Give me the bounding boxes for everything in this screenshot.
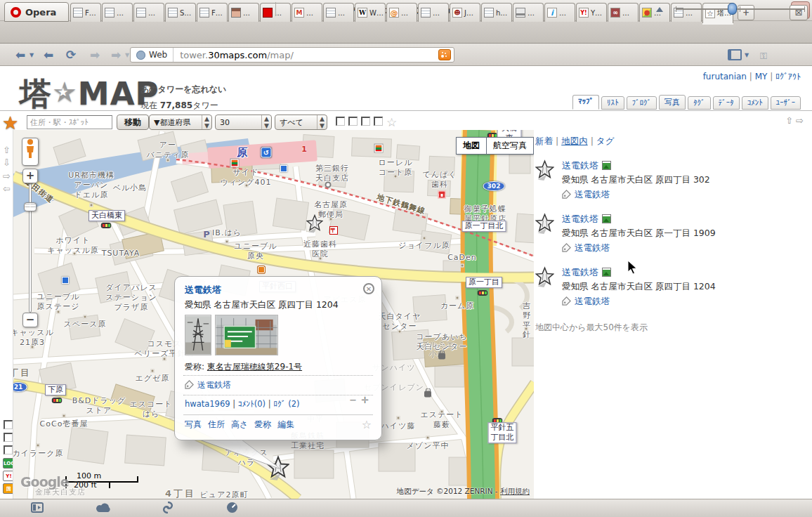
site-nav-tab[interactable]: ﾃﾞｰﾀ (713, 96, 740, 110)
terms-link[interactable]: 利用規約 (500, 487, 530, 495)
zoom-in-button[interactable]: + (22, 169, 38, 183)
site-nav-tab[interactable]: ﾘｽﾄ (601, 96, 624, 110)
browser-tab[interactable]: h… (481, 3, 512, 22)
page-zoom-menu-icon[interactable] (656, 7, 663, 12)
favorite-star-icon[interactable]: ☆ (386, 115, 397, 129)
search-input[interactable] (27, 115, 112, 129)
popup-comments-link[interactable]: ｺﾒﾝﾄ(0) (238, 399, 266, 409)
popup-action-愛称[interactable]: 愛称 (254, 419, 271, 431)
pegman-streetview-icon[interactable] (22, 138, 39, 166)
site-logo[interactable]: 塔★★MAP (20, 73, 159, 115)
popup-user-link[interactable]: hwata1969 (185, 399, 230, 409)
pane-arrows[interactable]: ⇧⇨ (785, 115, 806, 126)
tower-tag-link[interactable]: 送電鉄塔 (575, 189, 610, 201)
tower-title-link[interactable]: 送電鉄塔 (562, 267, 598, 277)
tower-list-item[interactable]: 送電鉄塔愛知県 名古屋市天白区 原四丁目 1204送電鉄塔 (535, 266, 805, 308)
tower-marker[interactable] (306, 214, 323, 236)
zoom-slider-handle[interactable]: ———— (24, 202, 37, 211)
page-zoom-handle[interactable] (728, 3, 737, 15)
sidebar-tab-新着[interactable]: 新着 (535, 136, 553, 146)
browser-tab[interactable]: ☻J… (450, 3, 480, 22)
site-nav-tab[interactable]: ﾏｯﾌﾟ (572, 95, 599, 110)
closed-tabs-button[interactable]: ⊠ (790, 5, 808, 20)
site-nav-tab[interactable]: ﾀｸﾞ (688, 96, 711, 110)
browser-tab[interactable]: F… (197, 3, 228, 22)
panels-toggle-icon[interactable] (728, 49, 742, 60)
go-button[interactable]: 移動 (117, 114, 149, 130)
browser-tab[interactable]: M… (292, 3, 322, 22)
popup-action-編集[interactable]: 編集 (277, 419, 294, 431)
back-button[interactable]: ⬅ (15, 48, 25, 62)
corner-mark-map-2[interactable] (4, 433, 13, 442)
panel-toggle-icon[interactable] (31, 502, 44, 513)
popup-close-icon[interactable]: ✕ (363, 283, 374, 294)
page-zoom-slider[interactable] (676, 8, 805, 10)
filter-dropdown[interactable]: すべて▲ ▼ (275, 114, 327, 130)
browser-tab[interactable]: ●… (639, 3, 670, 22)
site-nav-tab[interactable]: ｺﾒﾝﾄ (742, 96, 768, 110)
user-link-2[interactable]: ﾛｸﾞｱｳﾄ (775, 72, 801, 81)
popup-favorite-star-icon[interactable]: ☆ (362, 418, 372, 431)
corner-mark-map-3[interactable] (4, 445, 13, 454)
opera-menu-button[interactable]: Opera (4, 2, 69, 22)
browser-tab[interactable]: … (133, 3, 164, 22)
tower-list-item[interactable]: 送電鉄塔愛知県 名古屋市天白区 原一丁目 1909送電鉄塔 (535, 213, 805, 254)
password-key-icon[interactable]: ⚿ (760, 51, 767, 62)
pan-down-icon[interactable]: ⇩ (3, 157, 11, 168)
tower-tag-link[interactable]: 送電鉄塔 (575, 296, 610, 308)
forward-button[interactable]: ➡ (90, 48, 100, 62)
popup-action-写真[interactable]: 写真 (185, 419, 202, 431)
pan-up-icon[interactable]: ⇧ (3, 145, 11, 155)
filter-dropdown[interactable]: 30▲ ▼ (215, 114, 272, 130)
sidebar-tab-タグ[interactable]: タグ (596, 136, 615, 146)
browser-tab[interactable]: @… (386, 3, 417, 22)
popup-action-高さ[interactable]: 高さ (231, 419, 248, 431)
tower-tag-link[interactable]: 送電鉄塔 (575, 242, 610, 254)
site-badge[interactable]: Web (131, 48, 173, 62)
zoom-out-button[interactable]: − (22, 313, 38, 327)
tower-photo-thumbnail[interactable] (185, 315, 211, 355)
corner-mark-2[interactable] (348, 117, 358, 126)
address-field[interactable]: Web tower.30maps.com/map/ (130, 47, 454, 63)
popup-collapse-expand-icons[interactable]: −✛ (349, 395, 373, 405)
unite-cloud-icon[interactable] (96, 503, 111, 513)
corner-mark-map-1[interactable] (4, 420, 13, 429)
fast-forward-button[interactable]: ➡ (111, 48, 121, 62)
browser-tab[interactable]: ∞… (608, 3, 639, 22)
browser-tab[interactable]: S… (165, 3, 196, 22)
map-type-button[interactable]: 地図 (456, 137, 487, 155)
browser-tab[interactable]: … (513, 3, 544, 22)
reload-button[interactable]: ⟳ (66, 48, 76, 62)
corner-mark-1[interactable] (336, 117, 345, 126)
fast-forward-dropdown-icon[interactable]: ▼ (125, 52, 129, 58)
user-link-0[interactable]: furutanian (703, 72, 747, 81)
browser-tab[interactable]: … (102, 3, 133, 22)
tower-list-item[interactable]: 送電鉄塔愛知県 名古屋市天白区 原四丁目 302送電鉄塔 (535, 159, 805, 201)
filter-dropdown[interactable]: ▼都道府県▲ ▼ (149, 114, 212, 130)
corner-mark-4[interactable] (374, 117, 383, 126)
back-dropdown-icon[interactable]: ▼ (30, 52, 34, 58)
pan-left-icon[interactable]: ⇦ (3, 183, 11, 194)
rss-feed-icon[interactable] (438, 49, 451, 60)
browser-tab[interactable]: F… (70, 3, 101, 22)
site-nav-tab[interactable]: ﾕｰｻﾞｰ (771, 96, 801, 110)
turbo-icon[interactable] (162, 502, 174, 513)
browser-tab[interactable]: … (418, 3, 449, 22)
pan-right-icon[interactable]: ⇨ (3, 171, 11, 181)
corner-mark-3[interactable] (361, 117, 370, 126)
panels-dropdown-icon[interactable]: ▼ (745, 52, 749, 58)
popup-tag-link[interactable]: 送電鉄塔 (197, 379, 231, 391)
browser-tab[interactable]: … (228, 3, 259, 22)
tower-title-link[interactable]: 送電鉄塔 (562, 160, 598, 171)
user-link-1[interactable]: MY (755, 72, 768, 81)
popup-action-住所[interactable]: 住所 (208, 419, 225, 431)
popup-log-link[interactable]: ﾛｸﾞ (2) (273, 399, 299, 409)
sign-photo-thumbnail[interactable] (215, 315, 278, 355)
browser-tab[interactable]: Y!Y… (576, 3, 607, 22)
browser-tab[interactable]: … (323, 3, 354, 22)
map-type-button[interactable]: 航空写真 (487, 137, 534, 155)
rewind-button[interactable]: ⬅ (44, 48, 53, 62)
speedometer-gauge-icon[interactable] (226, 502, 238, 513)
site-nav-tab[interactable]: ﾌﾞﾛｸﾞ (627, 96, 657, 110)
browser-tab[interactable]: WW… (355, 3, 386, 22)
